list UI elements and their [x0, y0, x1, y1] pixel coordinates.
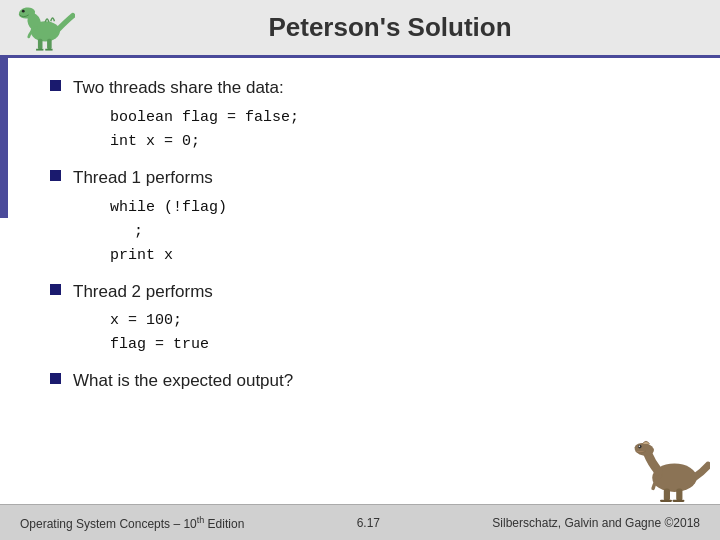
- content-area: Two threads share the data: boolean flag…: [0, 58, 720, 409]
- code-block-3: x = 100; flag = true: [110, 309, 670, 357]
- svg-rect-11: [676, 488, 682, 500]
- header-dino-image: [10, 2, 75, 57]
- svg-point-3: [22, 10, 25, 13]
- code-line-2-2: ;: [134, 220, 670, 244]
- footer: Operating System Concepts – 10th Edition…: [0, 504, 720, 540]
- slide: Peterson's Solution Two threads share th…: [0, 0, 720, 540]
- bullet-square-1: [50, 80, 61, 91]
- bullet-item-2: Thread 1 performs: [50, 166, 670, 190]
- code-line-3-2: flag = true: [110, 333, 670, 357]
- code-line-3-1: x = 100;: [110, 309, 670, 333]
- bullet-square-4: [50, 373, 61, 384]
- code-block-2: while (!flag) ; print x: [110, 196, 670, 268]
- code-line-1-1: boolean flag = false;: [110, 106, 670, 130]
- code-block-1: boolean flag = false; int x = 0;: [110, 106, 670, 154]
- left-accent-bar: [0, 58, 8, 218]
- code-line-2-1: while (!flag): [110, 196, 670, 220]
- svg-point-9: [639, 445, 640, 446]
- bullet-item-3: Thread 2 performs: [50, 280, 670, 304]
- svg-rect-10: [664, 488, 670, 500]
- footer-right-text: Silberschatz, Galvin and Gagne ©2018: [492, 516, 700, 530]
- code-line-1-2: int x = 0;: [110, 130, 670, 154]
- bullet-text-4: What is the expected output?: [73, 369, 293, 393]
- bullet-square-3: [50, 284, 61, 295]
- code-line-2-3: print x: [110, 244, 670, 268]
- svg-rect-4: [38, 39, 43, 50]
- footer-left-text: Operating System Concepts – 10th Edition: [20, 515, 244, 531]
- bullet-square-2: [50, 170, 61, 181]
- slide-title: Peterson's Solution: [80, 12, 700, 43]
- bullet-item-4: What is the expected output?: [50, 369, 670, 393]
- bullet-text-1: Two threads share the data:: [73, 76, 284, 100]
- svg-rect-5: [47, 39, 52, 50]
- bullet-text-2: Thread 1 performs: [73, 166, 213, 190]
- bullet-text-3: Thread 2 performs: [73, 280, 213, 304]
- footer-dino-image: [630, 439, 710, 504]
- bullet-item-1: Two threads share the data:: [50, 76, 670, 100]
- footer-center-text: 6.17: [357, 516, 380, 530]
- header: Peterson's Solution: [0, 0, 720, 58]
